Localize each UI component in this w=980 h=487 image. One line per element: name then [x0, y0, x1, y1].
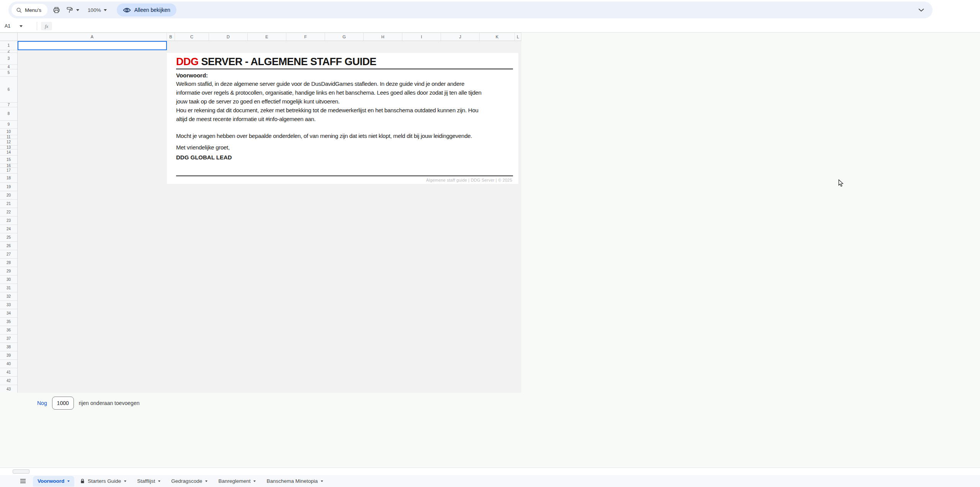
row-header-36[interactable]: 36: [0, 326, 17, 335]
row-number: 15: [7, 158, 11, 162]
column-header-J[interactable]: J: [441, 33, 480, 41]
column-header-G[interactable]: G: [325, 33, 364, 41]
row-header-10[interactable]: 10: [0, 129, 17, 135]
tab-caret-icon: [321, 480, 323, 482]
row-header-17[interactable]: 17: [0, 168, 17, 174]
row-number: 36: [7, 328, 11, 332]
formula-bar-divider: [37, 22, 37, 30]
row-header-33[interactable]: 33: [0, 301, 17, 309]
sheet-tab-starters-guide[interactable]: Starters Guide: [76, 476, 131, 487]
row-header-22[interactable]: 22: [0, 208, 17, 216]
row-header-19[interactable]: 19: [0, 183, 17, 191]
row-header-26[interactable]: 26: [0, 242, 17, 250]
row-header-11[interactable]: 11: [0, 135, 17, 139]
name-box[interactable]: A1: [0, 23, 37, 29]
row-number: 29: [7, 269, 11, 273]
document-title-rest: SERVER - ALGEMENE STAFF GUIDE: [199, 56, 377, 67]
row-header-35[interactable]: 35: [0, 318, 17, 326]
row-header-42[interactable]: 42: [0, 377, 17, 385]
paint-format-button[interactable]: [63, 4, 82, 16]
hide-menus-button[interactable]: [915, 4, 927, 16]
document-title: DDG SERVER - ALGEMENE STAFF GUIDE: [176, 56, 376, 68]
add-rows-button[interactable]: Nog: [37, 400, 47, 406]
column-header-B[interactable]: B: [167, 33, 175, 41]
row-header-25[interactable]: 25: [0, 233, 17, 242]
row-header-13[interactable]: 13: [0, 146, 17, 149]
row-header-5[interactable]: 5: [0, 69, 17, 77]
column-header-D[interactable]: D: [209, 33, 248, 41]
row-header-4[interactable]: 4: [0, 65, 17, 69]
row-header-15[interactable]: 15: [0, 156, 17, 164]
column-header-K[interactable]: K: [480, 33, 515, 41]
add-rows-count-input[interactable]: [52, 397, 74, 410]
row-header-6[interactable]: 6: [0, 77, 17, 103]
column-header-C[interactable]: C: [175, 33, 209, 41]
row-header-1[interactable]: 1: [0, 41, 17, 50]
print-button[interactable]: [50, 4, 63, 16]
row-header-30[interactable]: 30: [0, 275, 17, 284]
row-header-41[interactable]: 41: [0, 368, 17, 377]
row-number: 32: [7, 295, 11, 298]
column-header-F[interactable]: F: [286, 33, 325, 41]
row-number: 31: [7, 286, 11, 290]
row-header-16[interactable]: 16: [0, 164, 17, 168]
row-header-3[interactable]: 3: [0, 53, 17, 65]
row-number: 35: [7, 320, 11, 324]
row-header-37[interactable]: 37: [0, 335, 17, 343]
row-header-29[interactable]: 29: [0, 267, 17, 275]
row-header-8[interactable]: 8: [0, 107, 17, 121]
row-header-24[interactable]: 24: [0, 225, 17, 233]
view-only-badge[interactable]: Alleen bekijken: [117, 3, 176, 16]
row-header-40[interactable]: 40: [0, 360, 17, 368]
row-header-21[interactable]: 21: [0, 200, 17, 208]
formula-input[interactable]: [52, 20, 980, 32]
row-header-14[interactable]: 14: [0, 149, 17, 156]
document-footer: Algemene staff guide | DDG Server | © 20…: [176, 178, 512, 182]
row-header-2[interactable]: 2: [0, 50, 17, 53]
zoom-control[interactable]: 100%: [88, 7, 107, 13]
row-number: 33: [7, 303, 11, 307]
row-header-12[interactable]: 12: [0, 139, 17, 146]
row-header-7[interactable]: 7: [0, 103, 17, 107]
sheet-tab-banreglement[interactable]: Banreglement: [214, 476, 260, 487]
column-headers: ABCDEFGHIJKL: [18, 33, 521, 41]
column-header-H[interactable]: H: [364, 33, 402, 41]
row-number: 1: [8, 44, 10, 48]
row-header-27[interactable]: 27: [0, 250, 17, 259]
tab-caret-icon: [205, 480, 207, 482]
row-header-43[interactable]: 43: [0, 385, 17, 393]
sheet-tab-gedragscode[interactable]: Gedragscode: [167, 476, 212, 487]
row-header-38[interactable]: 38: [0, 343, 17, 351]
row-number: 17: [7, 169, 11, 172]
all-sheets-button[interactable]: [17, 476, 29, 487]
row-header-31[interactable]: 31: [0, 284, 17, 292]
column-header-L[interactable]: L: [515, 33, 521, 41]
row-header-34[interactable]: 34: [0, 309, 17, 318]
sheet-tab-label: Gedragscode: [171, 478, 202, 484]
tab-caret-icon: [253, 480, 256, 482]
row-header-28[interactable]: 28: [0, 259, 17, 267]
row-number: 24: [7, 227, 11, 231]
column-header-E[interactable]: E: [248, 33, 286, 41]
sheet-tab-label: Voorwoord: [38, 478, 64, 484]
row-header-39[interactable]: 39: [0, 351, 17, 360]
document-heading: Voorwoord:: [176, 72, 208, 79]
menus-search-button[interactable]: Menu's: [11, 4, 47, 16]
sheet-tab-banschema-minetopia[interactable]: Banschema Minetopia: [262, 476, 328, 487]
row-number: 42: [7, 379, 11, 383]
selected-cell-a1[interactable]: [18, 41, 167, 50]
column-header-A[interactable]: A: [18, 33, 167, 41]
select-all-corner[interactable]: [0, 33, 18, 41]
horizontal-scrollbar-thumb[interactable]: [13, 469, 29, 474]
column-header-I[interactable]: I: [402, 33, 441, 41]
row-header-9[interactable]: 9: [0, 121, 17, 129]
paragraph-closing: Met vriendelijke groet,: [176, 143, 521, 152]
row-number: 41: [7, 371, 11, 374]
search-icon: [16, 7, 22, 13]
sheet-tab-voorwoord[interactable]: Voorwoord: [33, 476, 74, 487]
row-header-32[interactable]: 32: [0, 292, 17, 301]
row-header-23[interactable]: 23: [0, 216, 17, 225]
row-header-18[interactable]: 18: [0, 174, 17, 183]
row-header-20[interactable]: 20: [0, 191, 17, 200]
sheet-tab-stafflijst[interactable]: Stafflijst: [132, 476, 165, 487]
